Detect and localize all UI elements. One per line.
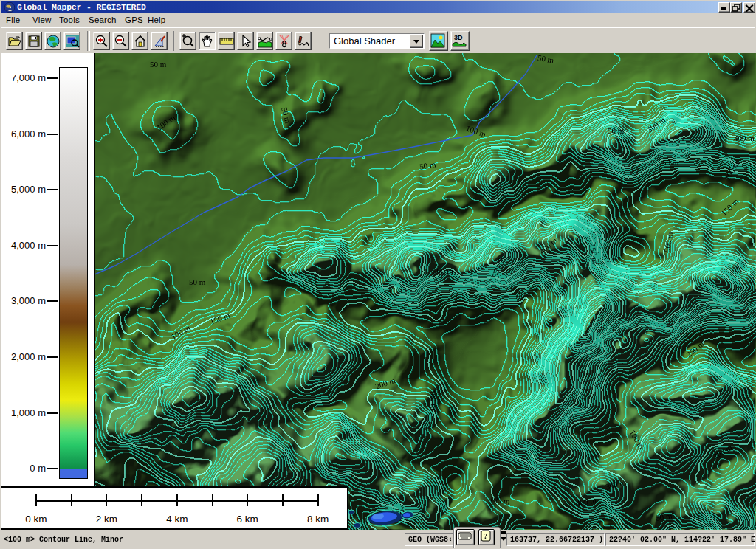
svg-text:3D: 3D [454, 34, 463, 41]
svg-text:?: ? [484, 531, 488, 540]
